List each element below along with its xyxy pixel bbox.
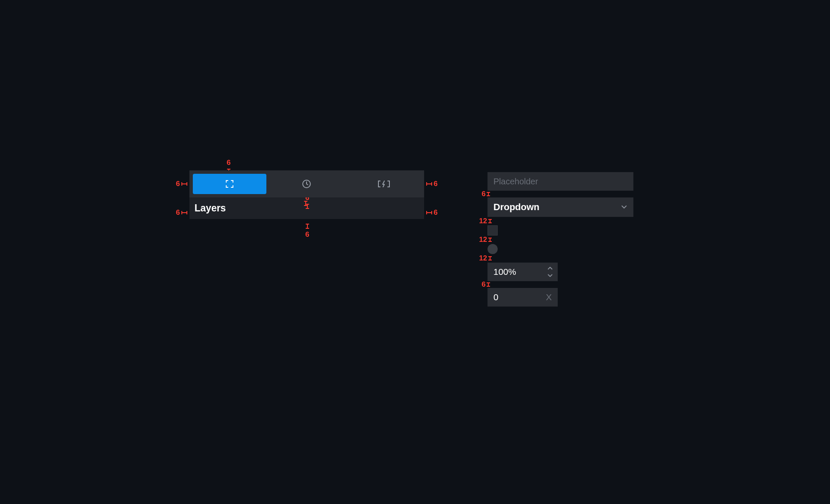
measure-header-bottom: 6 — [305, 224, 309, 239]
number-input-suffix: X — [546, 292, 558, 302]
measure-header-right: 6 — [426, 208, 438, 217]
measure-tab-left: 6 — [176, 180, 187, 188]
checkbox-input[interactable] — [488, 225, 498, 236]
right-controls: 6 Dropdown 12 12 12 100% — [488, 172, 633, 307]
stepper-value: 100% — [488, 267, 547, 277]
tab-history-button[interactable] — [270, 174, 343, 194]
dropdown-select[interactable]: Dropdown — [488, 197, 633, 217]
lightning-brackets-icon — [378, 179, 390, 189]
measure-gap-dropdown-checkbox: 12 — [479, 217, 640, 225]
stepper-down-button[interactable] — [547, 272, 553, 278]
measure-tab-right: 6 — [426, 180, 438, 188]
radio-input[interactable] — [488, 244, 498, 254]
number-input[interactable]: 0 X — [488, 288, 558, 307]
fullscreen-icon — [225, 179, 234, 189]
left-panel: 6 6 6 6 — [189, 170, 424, 219]
measure-gap-radio-stepper: 12 — [479, 254, 640, 263]
measure-gap-checkbox-radio: 12 — [479, 236, 640, 244]
dropdown-label: Dropdown — [493, 202, 540, 213]
radio-row — [488, 244, 633, 254]
percent-stepper[interactable]: 100% — [488, 263, 558, 281]
panel-header: Layers — [189, 197, 424, 219]
tab-actions-button[interactable] — [347, 174, 421, 194]
measure-gap-input-dropdown: 6 — [482, 191, 640, 197]
stepper-up-button[interactable] — [547, 266, 553, 271]
chevron-down-icon — [621, 202, 627, 213]
panel-header-label: Layers — [194, 203, 226, 214]
number-input-value: 0 — [488, 292, 546, 302]
clock-icon — [301, 179, 312, 189]
tab-bar — [189, 170, 424, 197]
measure-header-left: 6 — [176, 208, 187, 217]
measure-gap-stepper-numinput: 6 — [482, 281, 640, 288]
placeholder-input[interactable] — [488, 172, 633, 191]
checkbox-row — [488, 225, 633, 236]
tab-layers-button[interactable] — [193, 174, 266, 194]
stepper-controls — [547, 266, 558, 278]
